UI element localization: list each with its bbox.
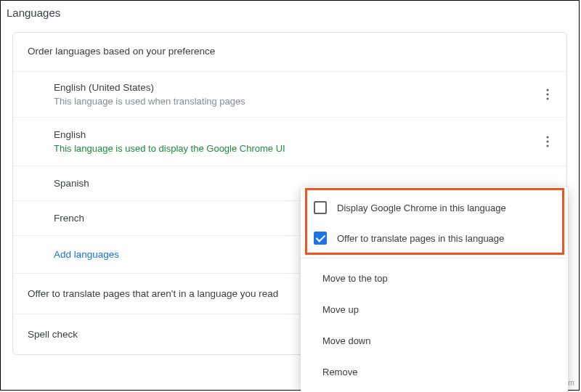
language-subtitle: This language is used when translating p… xyxy=(54,96,537,107)
more-vert-icon xyxy=(546,89,549,100)
svg-point-3 xyxy=(546,136,548,138)
order-preference-label: Order languages based on your preference xyxy=(13,33,566,71)
language-context-menu: Display Google Chrome in this language O… xyxy=(301,187,568,392)
menu-item-label: Display Google Chrome in this language xyxy=(337,203,506,213)
more-options-button[interactable] xyxy=(537,84,558,105)
menu-move-up[interactable]: Move up xyxy=(301,294,568,325)
menu-separator xyxy=(301,258,568,258)
svg-point-0 xyxy=(546,89,548,91)
language-row: English This language is used to display… xyxy=(13,117,566,166)
menu-remove[interactable]: Remove xyxy=(301,356,568,388)
svg-point-2 xyxy=(546,97,548,99)
svg-point-4 xyxy=(546,140,548,142)
svg-point-1 xyxy=(546,93,548,95)
menu-move-down[interactable]: Move down xyxy=(301,325,568,356)
menu-item-label: Offer to translate pages in this languag… xyxy=(337,233,504,244)
menu-offer-translate[interactable]: Offer to translate pages in this languag… xyxy=(301,223,568,253)
more-options-button[interactable] xyxy=(537,131,558,152)
page-title: Languages xyxy=(1,1,579,32)
more-vert-icon xyxy=(546,136,549,147)
language-name: English (United States) xyxy=(54,82,537,93)
svg-point-5 xyxy=(546,144,548,147)
menu-display-in-language[interactable]: Display Google Chrome in this language xyxy=(301,192,568,223)
menu-move-top[interactable]: Move to the top xyxy=(301,263,568,294)
checkbox-unchecked-icon xyxy=(314,201,327,214)
language-name: English xyxy=(54,129,537,140)
language-subtitle: This language is used to display the Goo… xyxy=(54,143,537,154)
add-languages-link[interactable]: Add languages xyxy=(54,249,119,260)
checkbox-checked-icon xyxy=(314,232,327,245)
language-row: English (United States) This language is… xyxy=(13,71,566,117)
